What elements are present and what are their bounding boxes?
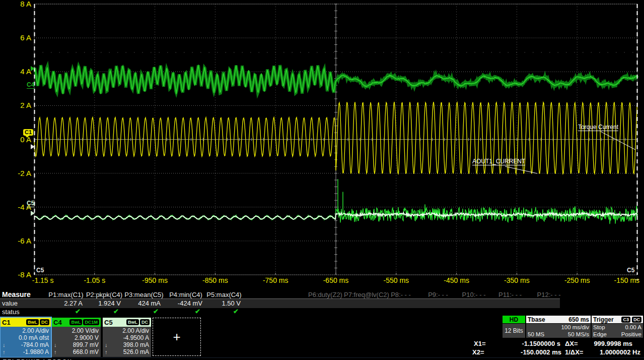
cursor-x1-value: -1.1500000 s xyxy=(522,340,560,347)
channel-badge-dc1m: DC1M xyxy=(83,319,99,325)
status-check-icon: ✔ xyxy=(153,308,159,315)
annotation-pointer-torque xyxy=(601,132,635,150)
measure-param-1[interactable]: P1:max(C1) xyxy=(48,291,83,298)
status-check-icon: ✔ xyxy=(75,308,81,315)
channel-id: C5 xyxy=(104,319,113,326)
trace-label-c1[interactable]: C1 xyxy=(23,129,33,136)
trigger-type: Edge xyxy=(593,331,607,338)
arrow-up-icon: ↑ xyxy=(3,348,6,355)
x-axis-label: -350 ms xyxy=(504,276,530,284)
measure-section-title: Measure xyxy=(2,290,31,298)
measure-param-3[interactable]: P3:mean(C5) xyxy=(124,291,163,298)
timebase-offset: 650 ms xyxy=(568,316,589,323)
y-axis-label: -6 A xyxy=(0,237,31,245)
channel-box-c5[interactable]: C5BwLDC2.00 A/div-4.9500 A↓398.0 mA↑526.… xyxy=(103,318,151,357)
channel-offset: -4.9500 A xyxy=(105,334,149,341)
trigger-title: Trigger xyxy=(593,316,614,323)
timebase-box[interactable]: Tbase 650 ms 100 ms/div 50 MS 50 MS/s xyxy=(526,316,591,338)
x-axis-label: -1.05 s xyxy=(84,276,105,284)
cursor-x1-label: X1= xyxy=(474,340,486,347)
cursor-dx-label: ΔX= xyxy=(565,340,578,347)
measure-param-7[interactable]: P7:freq@lv(C2) xyxy=(344,291,389,298)
channel-badge-dc: DC xyxy=(40,319,49,325)
annotation-torque-current[interactable]: Torque Current xyxy=(578,124,618,131)
status-check-icon: ✔ xyxy=(113,308,119,315)
channel-max-value: 668.0 mV xyxy=(73,348,99,355)
y-axis-label: 6 A xyxy=(0,34,31,41)
grid-corner-label-right: C5 xyxy=(627,267,634,274)
channel-min-value: -784.0 mA xyxy=(21,341,49,348)
channel-badge-bwl: BwL xyxy=(69,319,82,325)
status-check-icon: ✔ xyxy=(233,308,239,315)
measure-value-5: 1.50 V xyxy=(222,299,241,307)
x-axis-label: -450 ms xyxy=(444,276,469,284)
measure-param-6[interactable]: P6:duty(Z2) xyxy=(308,291,342,298)
measure-param-11[interactable]: P11:- - - xyxy=(498,291,522,298)
y-axis-label: 4 A xyxy=(0,68,31,75)
measure-param-2[interactable]: P2:pkpk(C4) xyxy=(86,291,122,298)
timebase-rate: 50 MS/s xyxy=(568,331,589,338)
measure-value-row-label: value xyxy=(2,299,18,307)
measure-param-12[interactable]: P12:- - - xyxy=(537,291,561,298)
x-axis-label: -250 ms xyxy=(564,276,590,284)
measure-value-4: -424 mV xyxy=(178,299,202,307)
arrow-up-icon: ↑ xyxy=(105,348,108,355)
channel-offset: 2.9000 V xyxy=(54,334,99,341)
channel-badge-bwl: BwL xyxy=(126,319,139,325)
annotation-aout1-current[interactable]: AOUT1_CURRENT xyxy=(472,158,525,165)
x-axis-label: -550 ms xyxy=(384,276,409,284)
y-axis-label: -8 A xyxy=(0,271,31,278)
channel-min-value: 899.7 mV xyxy=(73,341,99,348)
x2-cursor-arrow[interactable]: → xyxy=(633,275,640,282)
measure-value-3: 424 mA xyxy=(138,299,161,307)
y-axis-label: 2 A xyxy=(0,101,31,109)
trigger-coupling-badge: DC xyxy=(632,317,641,323)
trace-label-c5[interactable]: C5 xyxy=(27,200,34,207)
y-axis-label: 8 A xyxy=(0,0,31,8)
cursor-invdx-value: 1.0000002 Hz xyxy=(600,348,640,356)
plus-icon: + xyxy=(173,329,180,345)
channel-badge-bwl: BwL xyxy=(26,319,39,325)
cursor-dx-value: 999.9998 ms xyxy=(594,340,632,347)
grid-corner-label-left: C5 xyxy=(36,267,44,274)
x-axis-label: -750 ms xyxy=(263,276,289,284)
channel-box-c4[interactable]: C4BwLDC1M2.00 V/div2.9000 V↓899.7 mV↑668… xyxy=(52,318,101,357)
measure-value-strip xyxy=(0,298,560,309)
measure-param-8[interactable]: P8:- - - xyxy=(391,291,411,298)
timebase-scale: 100 ms/div xyxy=(561,324,589,331)
measure-param-9[interactable]: P9:- - - xyxy=(428,291,448,298)
trace-label-c4[interactable]: C4 xyxy=(27,82,34,89)
x-axis-label: -1.15 s xyxy=(32,276,54,284)
arrow-up-icon: ↑ xyxy=(54,348,57,355)
measure-param-5[interactable]: P5:max(C4) xyxy=(206,291,241,298)
add-trace-box[interactable]: + xyxy=(153,318,201,356)
hd-label: HD xyxy=(503,316,525,323)
channel-max-value: -1.9880 A xyxy=(23,348,49,355)
measure-param-4[interactable]: P4:min(C4) xyxy=(169,291,202,298)
trigger-mode: Stop xyxy=(593,324,605,331)
x-axis-label: -850 ms xyxy=(202,276,228,284)
x-axis-label: -650 ms xyxy=(323,276,349,284)
arrow-down-icon: ↓ xyxy=(105,341,108,348)
timebase-samples: 50 MS xyxy=(528,331,544,338)
cursor-x2-value: -150.0002 ms xyxy=(521,348,561,356)
channel-badge-dc: DC xyxy=(140,319,150,325)
trigger-slope: Positive xyxy=(621,331,641,338)
y-axis-label: -2 A xyxy=(0,169,31,177)
trigger-box[interactable]: Trigger C3 DC Stop 0.00 A Edge Positive xyxy=(592,316,643,338)
channel-offset: 0.0 mA ofst xyxy=(3,334,49,341)
waveform-plot[interactable] xyxy=(0,0,644,287)
channel-box-c1[interactable]: C1BwLDC2.00 A/div0.0 mA ofst↓-784.0 mA↑-… xyxy=(1,318,51,357)
trigger-level: 0.00 A xyxy=(625,324,641,331)
cursor-x2-label: X2= xyxy=(472,348,484,356)
channel-scale: 2.00 A/div xyxy=(3,327,49,334)
measure-status-row-label: status xyxy=(2,308,20,316)
timebase-title: Tbase xyxy=(528,316,545,323)
measure-value-1: 2.27 A xyxy=(64,299,83,307)
channel-scale: 2.00 V/div xyxy=(54,327,99,334)
hd-mode-box[interactable]: HD 12 Bits xyxy=(503,316,525,338)
channel-scale: 2.00 A/div xyxy=(105,327,149,334)
waveform-display[interactable]: 8 A6 A4 A2 A0 A-2 A-4 A-6 A-8 A -1.15 s-… xyxy=(0,0,644,287)
x-axis-label: -950 ms xyxy=(142,276,168,284)
measure-param-10[interactable]: P10:- - - xyxy=(462,291,486,298)
